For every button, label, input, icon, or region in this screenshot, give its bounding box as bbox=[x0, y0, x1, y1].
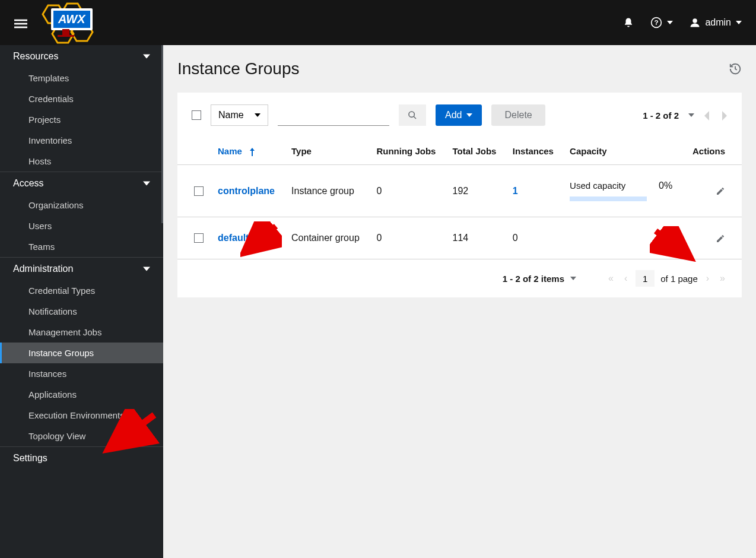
col-total-jobs[interactable]: Total Jobs bbox=[446, 138, 506, 165]
nav-section-settings[interactable]: Settings bbox=[0, 446, 163, 470]
filter-field-dropdown[interactable]: Name bbox=[211, 104, 268, 126]
edit-icon[interactable] bbox=[716, 186, 725, 196]
row-checkbox[interactable] bbox=[194, 233, 204, 243]
svg-marker-21 bbox=[722, 111, 727, 121]
svg-marker-9 bbox=[667, 21, 673, 24]
col-capacity[interactable]: Capacity bbox=[563, 138, 684, 165]
nav-item-instance-groups[interactable]: Instance Groups bbox=[0, 343, 163, 363]
pagination-top: 1 - 2 of 2 bbox=[643, 109, 728, 122]
nav-section-resources[interactable]: Resources bbox=[0, 45, 163, 68]
nav-item-notifications[interactable]: Notifications bbox=[0, 301, 163, 322]
add-button[interactable]: Add bbox=[436, 104, 482, 126]
svg-rect-1 bbox=[14, 23, 27, 24]
capacity-bar bbox=[570, 196, 647, 201]
svg-rect-2 bbox=[14, 26, 27, 28]
svg-marker-11 bbox=[736, 21, 742, 24]
svg-line-17 bbox=[414, 116, 416, 119]
nav-item-credential-types[interactable]: Credential Types bbox=[0, 280, 163, 301]
app-logo[interactable]: AWX bbox=[39, 0, 93, 45]
instance-groups-table: Name Type Running Jobs Total Jobs Instan… bbox=[177, 138, 742, 259]
list-card: Name Add Delete 1 - 2 of 2 bbox=[177, 93, 742, 297]
svg-point-10 bbox=[693, 18, 698, 23]
nav-item-applications[interactable]: Applications bbox=[0, 384, 163, 405]
svg-marker-22 bbox=[250, 148, 255, 156]
instances-link[interactable]: 1 bbox=[513, 186, 518, 196]
instance-group-link[interactable]: default bbox=[218, 233, 249, 243]
instance-group-link[interactable]: controlplane bbox=[218, 186, 275, 196]
svg-marker-12 bbox=[143, 54, 150, 58]
nav-section-administration[interactable]: Administration bbox=[0, 257, 163, 280]
pagination-bottom: 1 - 2 of 2 items « ‹ of 1 page › » bbox=[177, 259, 742, 297]
prev-page-icon[interactable] bbox=[704, 109, 711, 122]
col-name[interactable]: Name bbox=[211, 138, 284, 165]
col-running-jobs[interactable]: Running Jobs bbox=[369, 138, 445, 165]
prev-page-icon[interactable]: ‹ bbox=[622, 273, 630, 284]
search-input[interactable] bbox=[278, 104, 389, 126]
svg-rect-0 bbox=[14, 19, 27, 21]
svg-marker-13 bbox=[143, 181, 150, 185]
sidebar-nav: ResourcesTemplatesCredentialsProjectsInv… bbox=[0, 45, 163, 558]
top-bar: AWX ? admin bbox=[0, 0, 756, 45]
help-dropdown[interactable]: ? bbox=[650, 17, 673, 28]
svg-marker-23 bbox=[570, 277, 576, 280]
svg-point-16 bbox=[409, 112, 414, 117]
search-icon bbox=[408, 110, 417, 120]
nav-item-instances[interactable]: Instances bbox=[0, 363, 163, 384]
nav-item-management-jobs[interactable]: Management Jobs bbox=[0, 322, 163, 343]
sort-asc-icon bbox=[249, 148, 255, 156]
last-page-icon[interactable]: » bbox=[717, 273, 728, 284]
row-checkbox[interactable] bbox=[194, 186, 204, 196]
svg-marker-14 bbox=[143, 267, 150, 271]
nav-item-execution-environments[interactable]: Execution Environments bbox=[0, 405, 163, 426]
caret-down-icon bbox=[466, 112, 472, 118]
caret-down-icon[interactable] bbox=[570, 275, 576, 281]
nav-item-organizations[interactable]: Organizations bbox=[0, 195, 163, 215]
history-icon[interactable] bbox=[729, 62, 742, 75]
nav-item-credentials[interactable]: Credentials bbox=[0, 88, 163, 109]
first-page-icon[interactable]: « bbox=[606, 273, 616, 284]
user-dropdown[interactable]: admin bbox=[690, 17, 742, 28]
table-row: controlplane Instance group 0 192 1 Used… bbox=[177, 165, 742, 217]
svg-text:?: ? bbox=[655, 18, 659, 26]
next-page-icon[interactable] bbox=[720, 109, 728, 122]
nav-item-inventories[interactable]: Inventories bbox=[0, 130, 163, 151]
nav-item-projects[interactable]: Projects bbox=[0, 109, 163, 130]
svg-marker-19 bbox=[688, 113, 694, 117]
user-name-label: admin bbox=[705, 17, 731, 28]
nav-item-templates[interactable]: Templates bbox=[0, 68, 163, 88]
svg-marker-20 bbox=[704, 111, 709, 121]
caret-down-icon bbox=[255, 112, 261, 118]
nav-section-access[interactable]: Access bbox=[0, 172, 163, 195]
select-all-checkbox[interactable] bbox=[192, 110, 201, 120]
toolbar: Name Add Delete 1 - 2 of 2 bbox=[177, 93, 742, 138]
delete-button: Delete bbox=[491, 104, 545, 126]
col-instances[interactable]: Instances bbox=[506, 138, 563, 165]
nav-item-hosts[interactable]: Hosts bbox=[0, 151, 163, 172]
table-row: default Container group 0 114 0 bbox=[177, 217, 742, 259]
search-button[interactable] bbox=[399, 104, 426, 126]
notifications-icon[interactable] bbox=[623, 17, 634, 28]
svg-marker-18 bbox=[466, 113, 472, 117]
edit-icon[interactable] bbox=[716, 233, 725, 243]
hamburger-menu-icon[interactable] bbox=[14, 14, 27, 31]
svg-marker-15 bbox=[255, 113, 261, 117]
page-number-input[interactable] bbox=[636, 270, 655, 287]
main-content: Instance Groups Name Add D bbox=[163, 45, 756, 558]
col-actions: Actions bbox=[684, 138, 742, 165]
col-type[interactable]: Type bbox=[284, 138, 369, 165]
caret-down-icon[interactable] bbox=[688, 112, 694, 118]
nav-item-teams[interactable]: Teams bbox=[0, 236, 163, 257]
page-title: Instance Groups bbox=[177, 59, 299, 78]
nav-item-users[interactable]: Users bbox=[0, 215, 163, 236]
nav-item-topology-view[interactable]: Topology View bbox=[0, 426, 163, 446]
next-page-icon[interactable]: › bbox=[704, 273, 711, 284]
